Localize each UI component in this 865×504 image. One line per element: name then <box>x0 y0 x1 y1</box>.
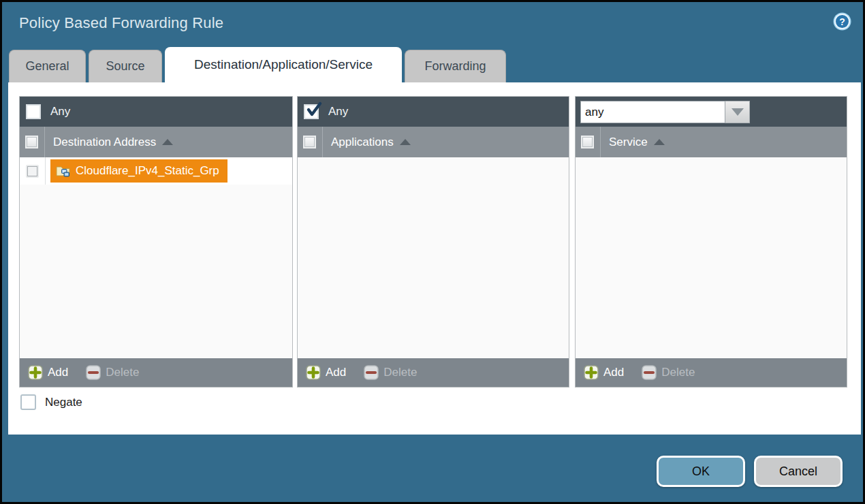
cancel-button[interactable]: Cancel <box>754 456 843 487</box>
tab-source[interactable]: Source <box>89 50 162 82</box>
delete-button[interactable]: Delete <box>364 365 417 380</box>
add-label: Add <box>326 366 346 379</box>
sort-ascending-icon[interactable] <box>400 139 411 145</box>
tab-forwarding[interactable]: Forwarding <box>405 50 506 82</box>
tab-destination-application-service[interactable]: Destination/Application/Service <box>165 47 402 82</box>
destination-any-checkbox[interactable] <box>26 104 41 119</box>
add-button[interactable]: Add <box>306 365 346 380</box>
applications-any-bar: Any <box>298 97 569 127</box>
add-plus-icon <box>28 365 43 380</box>
destination-any-bar: Any <box>20 97 292 127</box>
delete-label: Delete <box>661 366 695 379</box>
destination-any-label: Any <box>50 105 70 119</box>
applications-column-header[interactable]: Applications <box>331 136 394 149</box>
add-button[interactable]: Add <box>28 365 68 380</box>
negate-checkbox[interactable] <box>20 394 36 410</box>
svg-text:?: ? <box>839 16 845 27</box>
help-icon[interactable]: ? <box>832 12 852 31</box>
service-dropdown-button[interactable] <box>725 101 750 123</box>
tab-content-panel: Any Destination Address <box>8 82 861 435</box>
row-checkbox-cell <box>20 157 46 185</box>
address-group-name: Cloudflare_IPv4_Static_Grp <box>76 164 219 178</box>
sort-ascending-icon[interactable] <box>162 139 173 145</box>
add-button[interactable]: Add <box>584 365 624 380</box>
service-dropdown-bar <box>576 97 847 127</box>
destination-footer: Add Delete <box>20 358 292 387</box>
destination-select-all-checkbox[interactable] <box>25 136 38 148</box>
sort-ascending-icon[interactable] <box>654 139 665 145</box>
divider <box>322 127 323 157</box>
divider <box>44 127 45 157</box>
table-row: Cloudflare_IPv4_Static_Grp <box>20 157 292 185</box>
destination-address-column: Any Destination Address <box>19 96 293 388</box>
dialog-title: Policy Based Forwarding Rule <box>19 14 223 32</box>
delete-label: Delete <box>383 366 417 379</box>
service-header-row: Service <box>576 127 847 157</box>
destination-address-header-row: Destination Address <box>20 127 292 157</box>
service-dropdown-input[interactable] <box>580 101 725 123</box>
applications-list <box>298 157 569 358</box>
applications-header-row: Applications <box>298 127 569 157</box>
policy-based-forwarding-dialog: Policy Based Forwarding Rule ? General S… <box>0 0 865 504</box>
tab-bar: General Source Destination/Application/S… <box>9 47 506 82</box>
negate-label: Negate <box>45 396 82 409</box>
delete-button[interactable]: Delete <box>86 365 139 380</box>
tab-general[interactable]: General <box>9 50 86 82</box>
row-checkbox[interactable] <box>26 165 39 178</box>
add-label: Add <box>48 366 68 379</box>
ok-button[interactable]: OK <box>657 456 745 487</box>
applications-column: Any Applications Add <box>297 96 569 388</box>
service-column-header[interactable]: Service <box>609 136 648 149</box>
delete-label: Delete <box>106 366 139 379</box>
destination-address-column-header[interactable]: Destination Address <box>53 136 156 149</box>
applications-any-label: Any <box>328 105 348 119</box>
service-select-all-checkbox[interactable] <box>581 136 594 148</box>
applications-any-checkbox-checked[interactable] <box>304 104 319 119</box>
selected-address-group[interactable]: Cloudflare_IPv4_Static_Grp <box>50 159 227 183</box>
service-footer: Add Delete <box>576 358 847 387</box>
delete-minus-icon <box>86 365 101 380</box>
applications-footer: Add Delete <box>298 358 569 387</box>
negate-option: Negate <box>20 394 82 410</box>
destination-address-list: Cloudflare_IPv4_Static_Grp <box>20 157 292 358</box>
chevron-down-icon <box>732 108 744 116</box>
applications-select-all-checkbox[interactable] <box>303 136 316 148</box>
add-plus-icon <box>306 365 321 380</box>
delete-minus-icon <box>642 365 657 380</box>
service-column: Service Add <box>575 96 847 388</box>
divider <box>600 127 601 157</box>
address-group-icon <box>56 164 70 178</box>
add-plus-icon <box>584 365 599 380</box>
service-list <box>576 157 847 358</box>
dialog-action-buttons: OK Cancel <box>657 456 843 487</box>
delete-button[interactable]: Delete <box>642 365 695 380</box>
add-label: Add <box>603 366 624 379</box>
delete-minus-icon <box>364 365 379 380</box>
service-dropdown <box>580 101 750 123</box>
